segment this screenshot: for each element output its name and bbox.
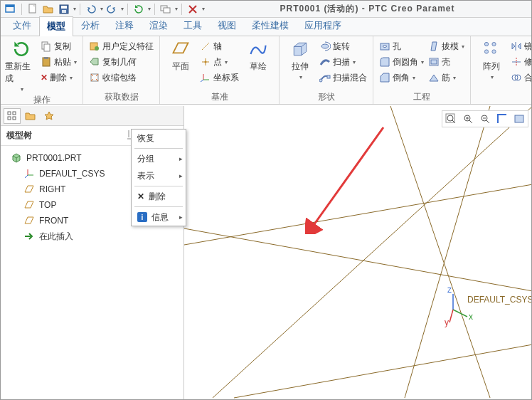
group-operate: 重新生成 ▾ 复制 粘贴▾ ✕删除▾ 操作 [1, 36, 83, 104]
tab-analysis[interactable]: 分析 [73, 16, 107, 36]
copy-button[interactable]: 复制 [39, 39, 78, 53]
ribbon: 重新生成 ▾ 复制 粘贴▾ ✕删除▾ 操作 用户定义特征 复制几何 收缩包络 获… [1, 36, 531, 105]
merge-button[interactable]: 合并 [509, 70, 532, 85]
navigator-tabs [1, 106, 183, 126]
svg-point-32 [492, 50, 496, 53]
context-menu: 恢复 分组▸ 表示▸ ✕删除 i信息▸ [131, 129, 186, 226]
insert-arrow-icon [23, 231, 35, 242]
revolve-button[interactable]: 旋转 [318, 39, 368, 53]
delete-icon: ✕ [137, 191, 144, 201]
svg-rect-1 [6, 5, 14, 7]
redo-dropdown[interactable]: ▾ [121, 6, 124, 12]
svg-text:x: x [469, 312, 473, 322]
refit-button[interactable] [443, 112, 459, 126]
paste-button[interactable]: 粘贴▾ [39, 55, 78, 69]
svg-line-15 [202, 43, 209, 50]
mirror-button[interactable]: 镜像 [509, 39, 532, 53]
repaint-button[interactable] [494, 112, 510, 126]
copygeom-button[interactable]: 复制几何 [87, 55, 155, 69]
info-icon: i [137, 212, 147, 222]
plane-icon [23, 215, 35, 226]
save-dropdown[interactable]: ▾ [73, 6, 76, 12]
delete-button[interactable]: ✕删除▾ [39, 70, 78, 85]
group-datum: 平面 轴 点▾ 坐标系 草绘 基准 [160, 36, 280, 104]
regenerate-button[interactable]: 重新生成 ▾ [5, 38, 38, 93]
ctx-delete[interactable]: ✕删除 [132, 188, 186, 205]
ctx-info[interactable]: i信息▸ [132, 209, 186, 226]
regen-qat-dropdown[interactable]: ▾ [148, 6, 151, 12]
svg-text:y: y [445, 317, 449, 327]
svg-rect-7 [164, 8, 170, 13]
draft-button[interactable]: 拔模▾ [427, 39, 466, 53]
svg-point-26 [383, 46, 387, 48]
trim-button[interactable]: 修剪 [509, 55, 532, 69]
round-button[interactable]: 倒圆角▾ [378, 55, 425, 69]
tab-file[interactable]: 文件 [5, 16, 39, 36]
axis-button[interactable]: 轴 [198, 39, 240, 53]
csys-icon [23, 168, 35, 179]
svg-text:z: z [447, 285, 452, 295]
ctx-restore[interactable]: 恢复 [132, 130, 186, 147]
tab-render[interactable]: 渲染 [142, 16, 176, 36]
qat-customize[interactable]: ▾ [202, 6, 205, 12]
tab-flex[interactable]: 柔性建模 [244, 16, 297, 36]
group-shapes: 拉伸 ▾ 旋转 扫描▾ 扫描混合 形状 [280, 36, 373, 104]
sketch-button[interactable]: 草绘 [242, 38, 275, 90]
undo-button[interactable] [84, 2, 98, 16]
regen-qat-button[interactable] [132, 2, 146, 16]
tab-model[interactable]: 模型 [39, 16, 73, 36]
save-button[interactable] [57, 2, 71, 16]
open-button[interactable] [41, 2, 55, 16]
extrude-button[interactable]: 拉伸 ▾ [284, 38, 316, 90]
svg-rect-71 [515, 115, 523, 122]
zoom-out-button[interactable] [477, 112, 493, 126]
windows-dropdown[interactable]: ▾ [175, 6, 178, 12]
ctx-group[interactable]: 分组▸ [132, 150, 186, 167]
close-window-button[interactable] [186, 2, 200, 16]
point-button[interactable]: 点▾ [198, 55, 240, 69]
tab-annotate[interactable]: 注释 [107, 16, 142, 36]
rib-button[interactable]: 筋▾ [427, 70, 466, 85]
favorites-tab[interactable] [41, 108, 58, 124]
undo-dropdown[interactable]: ▾ [100, 6, 103, 12]
svg-rect-35 [8, 112, 11, 115]
ctx-show[interactable]: 表示▸ [132, 167, 186, 184]
model-tree-tab[interactable] [4, 108, 21, 124]
folder-tab[interactable] [22, 108, 39, 124]
redo-button[interactable] [105, 2, 119, 16]
shell-button[interactable]: 壳 [427, 55, 466, 69]
svg-line-70 [486, 120, 489, 123]
chamfer-button[interactable]: 倒角▾ [378, 70, 425, 85]
windows-button[interactable] [159, 2, 173, 16]
part-icon [11, 152, 22, 164]
graphics-canvas[interactable]: z x y DEFAULT_CSYS [184, 106, 531, 399]
tree-insert-here[interactable]: 在此插入 [6, 228, 178, 244]
svg-line-67 [469, 120, 472, 123]
udf-button[interactable]: 用户定义特征 [87, 39, 155, 53]
new-button[interactable] [26, 2, 40, 16]
svg-point-22 [321, 44, 329, 48]
blend-button[interactable]: 扫描混合 [318, 70, 368, 85]
plane-button[interactable]: 平面 [164, 38, 197, 90]
tab-tools[interactable]: 工具 [176, 16, 210, 36]
svg-line-46 [25, 175, 28, 178]
canvas-content: z x y DEFAULT_CSYS [184, 106, 531, 399]
ribbon-tabs: 文件 模型 分析 注释 渲染 工具 视图 柔性建模 应用程序 [1, 18, 531, 36]
zoom-in-button[interactable] [460, 112, 476, 126]
window-list-button[interactable] [4, 2, 18, 16]
group-engineering: 孔 倒圆角▾ 倒角▾ 拔模▾ 壳 筋▾ 工程 [373, 36, 471, 104]
tab-app[interactable]: 应用程序 [297, 16, 349, 36]
svg-line-21 [201, 80, 203, 82]
pattern-button[interactable]: 阵列 ▾ [475, 38, 508, 90]
svg-line-50 [390, 106, 490, 398]
hole-button[interactable]: 孔 [378, 39, 425, 53]
group-editing: 阵列 ▾ 镜像 修剪 合并 [471, 36, 532, 104]
display-style-button[interactable] [511, 112, 527, 126]
sweep-button[interactable]: 扫描▾ [318, 55, 368, 69]
svg-rect-36 [8, 117, 11, 120]
tab-view[interactable]: 视图 [210, 16, 244, 36]
svg-line-52 [234, 344, 531, 398]
shrinkwrap-button[interactable]: 收缩包络 [87, 70, 155, 85]
svg-line-48 [184, 184, 531, 245]
csys-button[interactable]: 坐标系 [198, 70, 240, 85]
